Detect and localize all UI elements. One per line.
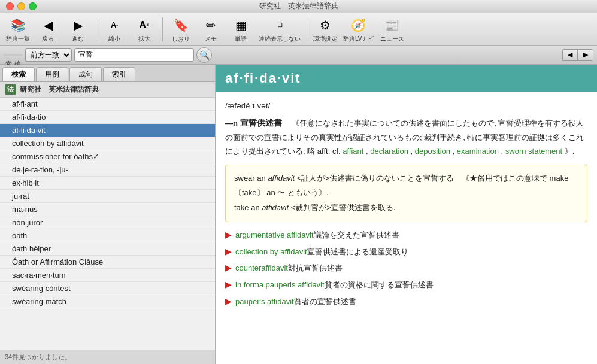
minimize-button[interactable] bbox=[17, 2, 25, 10]
word-item[interactable]: óath hèlper bbox=[0, 242, 215, 256]
related-desc: 議論を交えた宣誓供述書 bbox=[314, 229, 399, 242]
link-examination[interactable]: examination bbox=[457, 147, 499, 156]
close-button[interactable] bbox=[6, 2, 14, 10]
entry-header: af·fi·da·vit bbox=[216, 65, 597, 92]
divider-2 bbox=[162, 17, 163, 41]
def-end: 》. bbox=[565, 147, 575, 156]
search-bar: 検索 前方一致 完全一致 部分一致 🔍 ◀ ▶ bbox=[0, 46, 597, 65]
related-item: ▶collection by affidavit 宣誓供述書による遺産受取り bbox=[225, 245, 587, 259]
word-item[interactable]: af·fi·da·tio bbox=[0, 111, 215, 124]
related-desc: 宣誓供述書による遺産受取り bbox=[307, 245, 408, 259]
word-item[interactable]: ju·rat bbox=[0, 190, 215, 203]
search-prev-button[interactable]: ◀ bbox=[562, 49, 578, 61]
dict-header: 法 研究社 英米法律語辞典 bbox=[0, 82, 215, 98]
related-link[interactable]: collection by affidavit bbox=[235, 245, 307, 259]
expand-label: 拡大 bbox=[138, 35, 150, 43]
tab-sakuin[interactable]: 索引 bbox=[103, 67, 135, 81]
def-kanji: 宣誓供述書 bbox=[240, 118, 282, 128]
example-1-italic: affidavit bbox=[268, 174, 295, 183]
memo-icon: ✏ bbox=[201, 16, 220, 35]
news-icon: 📰 bbox=[383, 16, 402, 35]
tab-yoyo[interactable]: 用例 bbox=[36, 67, 68, 81]
memo-label: メモ bbox=[205, 35, 217, 43]
word-item[interactable]: de·je·ra·tion, -ju- bbox=[0, 163, 215, 177]
related-item: ▶counteraffidavit 対抗宣誓供述書 bbox=[225, 261, 587, 275]
tab-seiku[interactable]: 成句 bbox=[69, 67, 102, 81]
word-item[interactable]: swéaring màtch bbox=[0, 295, 215, 308]
word-item[interactable]: af·fi·da·vit bbox=[0, 124, 215, 137]
related-desc: 対抗宣誓供述書 bbox=[288, 262, 343, 275]
shrink-icon: A- bbox=[105, 16, 124, 35]
bookmark-label: しおり bbox=[172, 35, 190, 43]
search-nav-group: ◀ ▶ bbox=[562, 49, 593, 61]
jiten-ichiran-icon: 📚 bbox=[8, 16, 28, 35]
word-list: af·fi·antaf·fi·da·tioaf·fi·da·vitcollĕct… bbox=[0, 98, 215, 350]
toolbar-navi[interactable]: 🧭 辞典LVナビ bbox=[342, 13, 375, 46]
toolbar-news[interactable]: 📰 ニュース bbox=[379, 13, 405, 46]
related-link[interactable]: counteraffidavit bbox=[235, 262, 288, 275]
toolbar-bookmark[interactable]: 🔖 しおり bbox=[168, 13, 194, 46]
toolbar-jiten-ichiran[interactable]: 📚 辞典一覧 bbox=[5, 13, 31, 46]
news-label: ニュース bbox=[380, 35, 404, 43]
word-label: 単語 bbox=[235, 35, 247, 43]
navi-icon: 🧭 bbox=[349, 16, 368, 35]
toolbar-memo[interactable]: ✏ メモ bbox=[198, 13, 224, 46]
forward-icon: ▶ bbox=[68, 16, 87, 35]
word-item[interactable]: ma·nus bbox=[0, 203, 215, 216]
search-input[interactable] bbox=[74, 48, 194, 62]
navi-label: 辞典LVナビ bbox=[343, 35, 374, 43]
related-link[interactable]: pauper's affidavit bbox=[235, 295, 294, 308]
settings-icon: ⚙ bbox=[316, 16, 335, 35]
tabs-row: 検索 用例 成句 索引 bbox=[0, 65, 215, 82]
example-2: take an affidavit <裁判官が>宣誓供述書を取る. bbox=[234, 201, 578, 216]
toolbar-shrink[interactable]: A- 縮小 bbox=[101, 13, 128, 46]
word-item[interactable]: sac·ra·men·tum bbox=[0, 269, 215, 282]
arrow-icon: ▶ bbox=[225, 245, 232, 259]
maximize-button[interactable] bbox=[29, 2, 37, 10]
toolbar-renki[interactable]: ⊟ 連続表示しない bbox=[257, 13, 302, 46]
word-item[interactable]: swéaring còntést bbox=[0, 282, 215, 295]
toolbar-expand[interactable]: A+ 拡大 bbox=[131, 13, 157, 46]
pos-def: ―n 宣誓供述書 《任意になされた事実についての供述を書面にしたもので, 宣誓受… bbox=[225, 116, 587, 159]
arrow-icon: ▶ bbox=[225, 228, 232, 242]
word-item[interactable]: nòn·júror bbox=[0, 216, 215, 229]
word-item[interactable]: oath bbox=[0, 229, 215, 242]
search-mode-select[interactable]: 前方一致 完全一致 部分一致 bbox=[25, 48, 72, 62]
related-link[interactable]: in forma pauperis affidavit bbox=[235, 278, 325, 292]
divider-1 bbox=[96, 17, 96, 41]
divider-3 bbox=[307, 17, 307, 41]
example-1: swear an affidavit <証人が>供述書に偽りのないことを宣誓する… bbox=[234, 171, 578, 201]
related-link[interactable]: argumentative affidavit bbox=[235, 229, 314, 242]
toolbar-forward[interactable]: ▶ 進む bbox=[65, 13, 91, 46]
renki-icon: ⊟ bbox=[270, 16, 289, 35]
toolbar-word[interactable]: ▦ 単語 bbox=[228, 13, 254, 46]
arrow-icon: ▶ bbox=[225, 278, 232, 292]
link-deposition[interactable]: deposition bbox=[415, 147, 450, 156]
search-label: 検索 bbox=[4, 54, 23, 56]
word-item[interactable]: Óath or Affirmátion Clàuse bbox=[0, 256, 215, 269]
link-affiant[interactable]: affiant bbox=[343, 147, 363, 156]
word-item[interactable]: collĕction by affidávit bbox=[0, 137, 215, 150]
search-next-button[interactable]: ▶ bbox=[578, 49, 593, 61]
word-item[interactable]: ex·hib·it bbox=[0, 177, 215, 190]
word-icon: ▦ bbox=[231, 16, 250, 35]
link-sworn[interactable]: sworn statement bbox=[505, 147, 562, 156]
toolbar: 📚 辞典一覧 ◀ 戻る ▶ 進む A- 縮小 A+ 拡大 🔖 しおり ✏ メモ … bbox=[0, 13, 597, 46]
word-item[interactable]: commíssioner for óaths✓ bbox=[0, 150, 215, 163]
window-controls[interactable] bbox=[6, 2, 37, 10]
arrow-icon: ▶ bbox=[225, 295, 232, 309]
dict-icon: 法 bbox=[5, 84, 16, 95]
links: affiant , declaration , deposition , exa… bbox=[343, 147, 565, 156]
search-go-button[interactable]: 🔍 bbox=[196, 47, 212, 63]
word-item[interactable]: af·fi·ant bbox=[0, 98, 215, 111]
toolbar-back[interactable]: ◀ 戻る bbox=[35, 13, 61, 46]
example-2-italic: affidavit bbox=[262, 203, 289, 212]
link-declaration[interactable]: declaration bbox=[370, 147, 408, 156]
right-panel: af·fi·da·vit /æfədé ɪ vət/ ―n 宣誓供述書 《任意に… bbox=[216, 65, 597, 364]
toolbar-settings[interactable]: ⚙ 環境設定 bbox=[312, 13, 338, 46]
tab-search[interactable]: 検索 bbox=[2, 67, 35, 81]
related-item: ▶pauper's affidavit 貧者の宣誓供述書 bbox=[225, 295, 587, 309]
pos: ―n bbox=[225, 119, 238, 128]
back-icon: ◀ bbox=[38, 16, 57, 35]
main-layout: 検索 用例 成句 索引 法 研究社 英米法律語辞典 af·fi·antaf·fi… bbox=[0, 65, 597, 364]
